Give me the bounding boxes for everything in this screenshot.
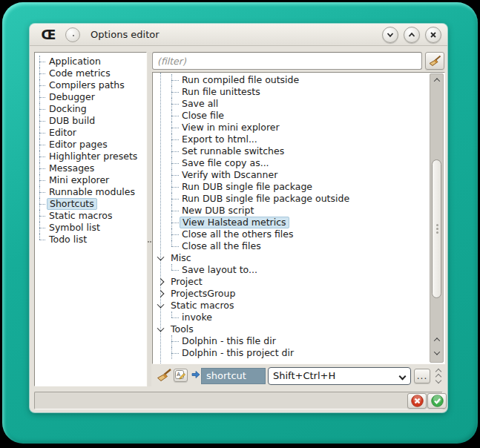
tree-item-save-file-copy-as[interactable]: Save file copy as... [153, 157, 444, 169]
tree-item-export-to-html[interactable]: Export to html... [153, 134, 444, 145]
sidebar-item-label: Shortcuts [47, 198, 97, 210]
edit-value-button[interactable]: A [174, 369, 188, 382]
x-icon [430, 31, 437, 39]
filter-input[interactable] [152, 52, 422, 70]
tree-item-view-in-mini-explorer[interactable]: View in mini explorer [153, 122, 444, 134]
sidebar-item-label: Messages [47, 163, 96, 174]
tree-item-label: Run DUB single file package [180, 182, 315, 192]
updown-stepper[interactable] [433, 367, 444, 385]
tree-item-close-all-the-files[interactable]: Close all the files [153, 240, 444, 252]
tree-item-dolphin-this-project-dir[interactable]: Dolphin - this project dir [153, 347, 444, 359]
shortcuts-tree: Run compiled file outsideRun file unitte… [152, 72, 445, 364]
sidebar-item-code-metrics[interactable]: Code metrics [35, 67, 146, 79]
more-button[interactable]: ... [414, 369, 430, 383]
broom-icon [428, 55, 441, 67]
tree-item-verify-with-dscanner[interactable]: Verify with Dscanner [153, 169, 444, 181]
sidebar-item-label: Compilers paths [47, 80, 127, 90]
tree-item-misc[interactable]: Misc [153, 252, 444, 264]
sidebar-item-mini-explorer[interactable]: Mini explorer [35, 174, 146, 186]
scroll-down-button[interactable] [430, 348, 443, 358]
close-button[interactable] [425, 27, 441, 43]
tree-item-label: Save layout to... [180, 265, 260, 275]
sidebar-item-label: Static macros [47, 211, 114, 221]
sidebar-item-label: Application [47, 56, 103, 67]
green-check-icon [431, 395, 444, 407]
tree-item-label: Save file copy as... [180, 158, 272, 168]
accept-button[interactable] [427, 393, 447, 409]
tree-item-save-layout-to[interactable]: Save layout to... [153, 264, 444, 276]
tree-item-label: Run compiled file outside [180, 75, 301, 85]
tree-item-close-all-the-others-files[interactable]: Close all the others files [153, 228, 444, 240]
tree-item-projectsgroup[interactable]: ProjectsGroup [153, 288, 444, 300]
window-menu-button[interactable] [65, 27, 80, 42]
vertical-scrollbar[interactable] [430, 73, 444, 363]
sidebar-item-symbol-list[interactable]: Symbol list [35, 222, 146, 234]
tree-item-run-dub-single-file-package[interactable]: Run DUB single file package [153, 181, 444, 193]
tree-item-run-dub-single-file-package-outside[interactable]: Run DUB single file package outside [153, 193, 444, 205]
expander-icon[interactable] [157, 254, 165, 261]
edit-value-icon: A [175, 370, 186, 381]
shortcut-editor-row: A shortcut Shift+Ctrl+H ... [152, 366, 445, 386]
tree-item-label: Run file unittests [180, 87, 263, 97]
tree-item-run-compiled-file-outside[interactable]: Run compiled file outside [153, 74, 444, 86]
property-name-cell[interactable]: shortcut [201, 368, 266, 384]
tree-item-tools[interactable]: Tools [153, 323, 444, 335]
clear-filter-button[interactable] [425, 52, 444, 70]
sidebar-item-editor-pages[interactable]: Editor pages [35, 139, 146, 151]
expander-icon[interactable] [157, 290, 165, 297]
sidebar-item-static-macros[interactable]: Static macros [35, 210, 146, 222]
title-bar[interactable]: Œ Options editor [30, 24, 447, 46]
sidebar-item-shortcuts[interactable]: Shortcuts [35, 198, 146, 210]
chevron-down-icon [387, 31, 394, 39]
sidebar-item-editor[interactable]: Editor [35, 127, 146, 139]
tree-item-label: invoke [180, 312, 214, 323]
splitter-handle[interactable] [148, 52, 151, 386]
scrollbar-thumb[interactable] [432, 159, 441, 298]
tree-item-run-file-unittests[interactable]: Run file unittests [153, 86, 444, 98]
shade-button[interactable] [382, 27, 398, 43]
svg-text:A: A [177, 372, 180, 378]
tree-item-project[interactable]: Project [153, 276, 444, 288]
sidebar-item-runnable-modules[interactable]: Runnable modules [35, 186, 146, 198]
sidebar-item-docking[interactable]: Docking [35, 103, 146, 115]
tree-item-new-dub-script[interactable]: New DUB script [153, 205, 444, 217]
tree-item-label: Export to html... [180, 134, 260, 145]
sidebar-item-messages[interactable]: Messages [35, 162, 146, 174]
scroll-up-button-bottom[interactable] [430, 335, 443, 344]
unshade-button[interactable] [404, 27, 420, 43]
expander-icon[interactable] [157, 278, 165, 286]
cancel-button[interactable] [407, 393, 427, 409]
tree-item-set-runnable-switches[interactable]: Set runnable switches [153, 145, 444, 157]
tree-item-static-macros[interactable]: Static macros [153, 300, 444, 312]
shortcut-value-combo[interactable]: Shift+Ctrl+H [268, 367, 411, 385]
tree-item-label: Project [168, 277, 205, 287]
sidebar-item-application[interactable]: Application [35, 56, 146, 67]
tree-item-close-file[interactable]: Close file [153, 110, 444, 122]
sidebar-item-label: Todo list [47, 234, 89, 245]
window-title: Options editor [91, 29, 160, 40]
tree-item-label: Run DUB single file package outside [180, 194, 352, 204]
expander-icon[interactable] [157, 301, 165, 309]
app-logo-icon: Œ [40, 27, 56, 42]
tree-item-label: Dolphin - this project dir [180, 348, 296, 358]
sidebar-item-compilers-paths[interactable]: Compilers paths [35, 79, 146, 91]
category-list: ApplicationCode metricsCompilers pathsDe… [34, 52, 147, 386]
tree-item-label: ProjectsGroup [168, 289, 237, 299]
scroll-up-button[interactable] [430, 75, 443, 85]
tree-item-label: Dolphin - this file dir [180, 336, 278, 346]
sidebar-item-highlighter-presets[interactable]: Highlighter presets [35, 151, 146, 162]
sidebar-item-label: DUB build [47, 116, 97, 126]
tree-item-label: Set runnable switches [180, 146, 286, 157]
expander-icon[interactable] [157, 325, 165, 332]
tree-item-save-all[interactable]: Save all [153, 98, 444, 110]
status-bar [34, 392, 443, 409]
sidebar-item-todo-list[interactable]: Todo list [35, 234, 146, 246]
sidebar-item-label: Debugger [47, 92, 97, 102]
tree-item-view-halstead-metrics[interactable]: View Halstead metrics [153, 217, 444, 228]
broom-icon[interactable] [156, 368, 172, 383]
tree-item-invoke[interactable]: invoke [153, 312, 444, 323]
tree-item-dolphin-this-file-dir[interactable]: Dolphin - this file dir [153, 335, 444, 347]
sidebar-item-debugger[interactable]: Debugger [35, 91, 146, 103]
sidebar-item-dub-build[interactable]: DUB build [35, 115, 146, 127]
blue-arrow-icon [191, 370, 200, 379]
